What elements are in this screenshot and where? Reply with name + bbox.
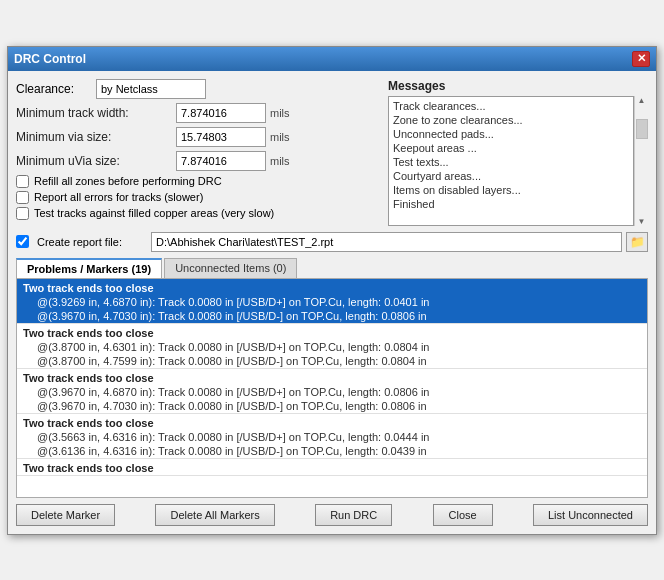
report-file-input[interactable] (151, 232, 622, 252)
close-button-bottom[interactable]: Close (433, 504, 493, 526)
drc-control-window: DRC Control ✕ Clearance: Minimum track w… (7, 46, 657, 535)
checkbox-refill[interactable] (16, 175, 29, 188)
checkbox-report[interactable] (16, 191, 29, 204)
delete-marker-button[interactable]: Delete Marker (16, 504, 115, 526)
message-item: Items on disabled layers... (393, 183, 629, 197)
checkbox-test[interactable] (16, 207, 29, 220)
min-track-row: Minimum track width: mils (16, 103, 380, 123)
min-via-input[interactable] (176, 127, 266, 147)
result-line: @(3.8700 in, 4.6301 in): Track 0.0080 in… (17, 340, 647, 354)
result-group[interactable]: Two track ends too close@(3.5663 in, 4.6… (17, 414, 647, 459)
list-unconnected-button[interactable]: List Unconnected (533, 504, 648, 526)
result-group[interactable]: Two track ends too close@(3.8700 in, 4.6… (17, 324, 647, 369)
scrollbar-thumb[interactable] (636, 119, 648, 139)
checkbox-test-label: Test tracks against filled copper areas … (34, 207, 274, 219)
scrollbar-up-arrow[interactable]: ▲ (638, 96, 646, 105)
result-line: @(3.8700 in, 4.7599 in): Track 0.0080 in… (17, 354, 647, 368)
window-body: Clearance: Minimum track width: mils Min… (8, 71, 656, 534)
clearance-row: Clearance: (16, 79, 380, 99)
delete-all-markers-button[interactable]: Delete All Markers (155, 504, 274, 526)
result-line: @(3.5663 in, 4.6316 in): Track 0.0080 in… (17, 430, 647, 444)
min-uvia-row: Minimum uVia size: mils (16, 151, 380, 171)
min-via-label: Minimum via size: (16, 130, 176, 144)
messages-panel: Messages Track clearances...Zone to zone… (388, 79, 648, 226)
close-button[interactable]: ✕ (632, 51, 650, 67)
report-file-label: Create report file: (37, 236, 147, 248)
report-row: Create report file: 📁 (16, 232, 648, 252)
run-drc-button[interactable]: Run DRC (315, 504, 392, 526)
messages-scrollbar[interactable]: ▲ ▼ (634, 96, 648, 226)
clearance-label: Clearance: (16, 82, 96, 96)
checkbox-refill-row: Refill all zones before performing DRC (16, 175, 380, 188)
result-header: Two track ends too close (17, 324, 647, 340)
result-line: @(3.9670 in, 4.6870 in): Track 0.0080 in… (17, 385, 647, 399)
tab-unconnected[interactable]: Unconnected Items (0) (164, 258, 297, 278)
message-item: Zone to zone clearances... (393, 113, 629, 127)
result-group[interactable]: Two track ends too close@(3.9269 in, 4.6… (17, 279, 647, 324)
result-group[interactable]: Two track ends too close@(3.9670 in, 4.6… (17, 369, 647, 414)
messages-label: Messages (388, 79, 648, 93)
messages-wrapper: Track clearances...Zone to zone clearanc… (388, 96, 648, 226)
result-header: Two track ends too close (17, 459, 647, 475)
checkbox-report-row: Report all errors for tracks (slower) (16, 191, 380, 204)
message-item: Keepout areas ... (393, 141, 629, 155)
scrollbar-down-arrow[interactable]: ▼ (638, 217, 646, 226)
clearance-input[interactable] (96, 79, 206, 99)
result-group[interactable]: Two track ends too close (17, 459, 647, 476)
result-line: @(3.9670 in, 4.7030 in): Track 0.0080 in… (17, 309, 647, 323)
message-item: Track clearances... (393, 99, 629, 113)
window-title: DRC Control (14, 52, 86, 66)
tab-problems[interactable]: Problems / Markers (19) (16, 258, 162, 278)
message-item: Courtyard areas... (393, 169, 629, 183)
report-file-checkbox[interactable] (16, 235, 29, 248)
tabs-row: Problems / Markers (19) Unconnected Item… (16, 258, 648, 278)
result-header: Two track ends too close (17, 414, 647, 430)
top-section: Clearance: Minimum track width: mils Min… (16, 79, 648, 226)
min-via-unit: mils (270, 131, 290, 143)
messages-list[interactable]: Track clearances...Zone to zone clearanc… (388, 96, 634, 226)
settings-panel: Clearance: Minimum track width: mils Min… (16, 79, 380, 226)
result-line: @(3.9269 in, 4.6870 in): Track 0.0080 in… (17, 295, 647, 309)
min-uvia-unit: mils (270, 155, 290, 167)
results-panel[interactable]: Two track ends too close@(3.9269 in, 4.6… (16, 278, 648, 498)
message-item: Unconnected pads... (393, 127, 629, 141)
min-via-row: Minimum via size: mils (16, 127, 380, 147)
result-header: Two track ends too close (17, 279, 647, 295)
min-track-label: Minimum track width: (16, 106, 176, 120)
message-item: Test texts... (393, 155, 629, 169)
min-track-unit: mils (270, 107, 290, 119)
checkbox-report-label: Report all errors for tracks (slower) (34, 191, 203, 203)
bottom-buttons: Delete Marker Delete All Markers Run DRC… (16, 504, 648, 526)
min-track-input[interactable] (176, 103, 266, 123)
folder-button[interactable]: 📁 (626, 232, 648, 252)
min-uvia-label: Minimum uVia size: (16, 154, 176, 168)
checkbox-refill-label: Refill all zones before performing DRC (34, 175, 222, 187)
min-uvia-input[interactable] (176, 151, 266, 171)
checkbox-test-row: Test tracks against filled copper areas … (16, 207, 380, 220)
title-bar: DRC Control ✕ (8, 47, 656, 71)
result-line: @(3.9670 in, 4.7030 in): Track 0.0080 in… (17, 399, 647, 413)
message-item: Finished (393, 197, 629, 211)
result-header: Two track ends too close (17, 369, 647, 385)
result-line: @(3.6136 in, 4.6316 in): Track 0.0080 in… (17, 444, 647, 458)
